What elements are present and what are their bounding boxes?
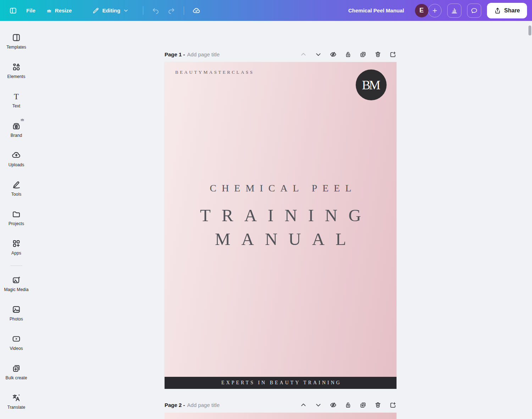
delete-page-button[interactable]	[374, 51, 382, 58]
duplicate-page-button[interactable]	[359, 401, 367, 409]
eye-off-icon	[329, 51, 337, 58]
editing-mode-button[interactable]: Editing	[89, 4, 132, 17]
sidebar-item-apps[interactable]: Apps	[1, 233, 31, 262]
move-page-up-button[interactable]	[300, 51, 307, 58]
resize-button[interactable]: Resize	[43, 5, 76, 16]
sidebar-item-photos[interactable]: Photos	[1, 298, 31, 328]
delete-page-button[interactable]	[374, 401, 382, 409]
file-menu-label: File	[26, 7, 35, 13]
save-status-button[interactable]	[190, 4, 203, 17]
comment-bubble-icon	[471, 7, 478, 14]
brand-icon	[12, 121, 21, 130]
eye-off-icon	[329, 401, 337, 409]
add-member-button[interactable]	[428, 4, 442, 17]
lock-page-button[interactable]	[344, 51, 352, 58]
unlock-icon	[344, 401, 352, 409]
page-1-title-input[interactable]: Add page title	[187, 51, 220, 57]
brand-logo[interactable]: BM	[356, 69, 387, 100]
sidebar-item-label: Brand	[11, 133, 22, 138]
sidebar-item-label: Translate	[7, 405, 25, 410]
sidebar-item-bulk-create[interactable]: Bulk create	[1, 357, 31, 387]
chevron-down-icon	[315, 51, 322, 58]
insights-button[interactable]	[447, 4, 461, 18]
page-1-artboard[interactable]: BEAUTYMASTERCLASS BM CHEMICAL PEEL TRAIN…	[165, 62, 397, 389]
editing-mode-label: Editing	[102, 7, 120, 13]
document-title[interactable]: Chemical Peel Manual	[348, 7, 404, 13]
redo-button[interactable]	[165, 4, 177, 17]
sidebar-item-tools[interactable]: Tools	[1, 174, 31, 203]
sidebar-item-label: Apps	[11, 251, 21, 256]
cover-brand-name[interactable]: BEAUTYMASTERCLASS	[175, 69, 254, 75]
panel-toggle-icon	[9, 7, 17, 15]
page-2-header: Page 2 - Add page title	[165, 400, 397, 409]
sidebar-item-templates[interactable]: Templates	[1, 27, 31, 56]
sidebar-item-label: Magic Media	[4, 287, 28, 292]
hide-page-button[interactable]	[329, 51, 337, 58]
cover-title-line-1[interactable]: TRAINING	[165, 203, 397, 227]
elements-icon	[12, 62, 21, 72]
share-button[interactable]: Share	[487, 3, 527, 18]
sidebar-item-elements[interactable]: Elements	[1, 56, 31, 85]
sidebar-item-magic-media[interactable]: Magic Media	[1, 269, 31, 298]
cover-subtitle[interactable]: CHEMICAL PEEL	[165, 183, 397, 194]
videos-icon	[12, 334, 21, 343]
lock-page-button[interactable]	[344, 401, 352, 409]
undo-button[interactable]	[150, 4, 162, 17]
page-2-artboard[interactable]	[165, 413, 397, 419]
page-2-title-input[interactable]: Add page title	[187, 402, 220, 408]
sidebar-item-label: Tools	[11, 192, 22, 197]
page-1-label: Page 1 -	[165, 51, 185, 57]
share-label: Share	[504, 7, 520, 14]
cover-title-block[interactable]: CHEMICAL PEEL TRAINING MANUAL	[165, 183, 397, 251]
tools-icon	[12, 180, 21, 189]
apps-icon	[12, 239, 21, 248]
cover-footer-tagline: EXPERTS IN BEAUTY TRAINING	[220, 380, 342, 386]
sidebar-item-label: Bulk create	[5, 375, 27, 380]
text-icon: T	[12, 92, 21, 101]
cover-title-line-2[interactable]: MANUAL	[165, 227, 397, 251]
file-menu-button[interactable]: File	[23, 5, 39, 16]
duplicate-page-button[interactable]	[359, 51, 367, 58]
hide-page-button[interactable]	[329, 401, 337, 409]
add-page-icon	[389, 51, 397, 58]
sidebar-item-brand[interactable]: Brand	[1, 115, 31, 144]
bulk-create-icon	[12, 364, 21, 373]
chevron-down-icon	[123, 8, 129, 13]
brand-logo-initials: BM	[362, 78, 380, 93]
magic-media-icon	[12, 275, 21, 285]
sidebar-item-label: Uploads	[9, 162, 24, 167]
trash-icon	[374, 401, 382, 409]
translate-icon	[12, 393, 21, 402]
sidebar-item-label: Photos	[10, 317, 23, 322]
unlock-icon	[344, 51, 352, 58]
scrollbar-thumb[interactable]	[528, 26, 531, 35]
sidebar-item-text[interactable]: T Text	[1, 85, 31, 115]
move-page-down-button[interactable]	[315, 51, 322, 58]
plus-icon	[432, 7, 438, 14]
topbar: File Resize Editing Chemical Peel Manual…	[0, 0, 532, 21]
add-page-button[interactable]	[389, 51, 397, 58]
sidebar-item-videos[interactable]: Videos	[1, 328, 31, 357]
sidebar-divider	[10, 266, 22, 266]
page-1-header: Page 1 - Add page title	[165, 50, 397, 59]
comments-button[interactable]	[467, 4, 481, 18]
svg-text:T: T	[14, 92, 19, 101]
move-page-up-button[interactable]	[300, 401, 307, 409]
add-page-button[interactable]	[389, 401, 397, 409]
sidebar-item-label: Templates	[6, 45, 26, 50]
bar-chart-icon	[451, 7, 458, 14]
topbar-divider	[184, 6, 184, 15]
sidebar-item-uploads[interactable]: Uploads	[1, 144, 31, 174]
sidebar: Templates Elements T Text Brand Uploads …	[0, 21, 33, 419]
templates-icon	[12, 33, 21, 42]
share-upload-icon	[494, 7, 501, 14]
cover-footer-bar[interactable]: EXPERTS IN BEAUTY TRAINING	[165, 377, 397, 389]
sidebar-item-translate[interactable]: Translate	[1, 387, 31, 416]
crown-icon	[46, 7, 52, 13]
avatar-initial: E	[420, 7, 424, 14]
sidebar-toggle-button[interactable]	[7, 4, 19, 17]
premium-crown-icon	[20, 117, 25, 122]
move-page-down-button[interactable]	[315, 401, 322, 409]
avatar[interactable]: E	[415, 4, 428, 17]
sidebar-item-projects[interactable]: Projects	[1, 203, 31, 233]
